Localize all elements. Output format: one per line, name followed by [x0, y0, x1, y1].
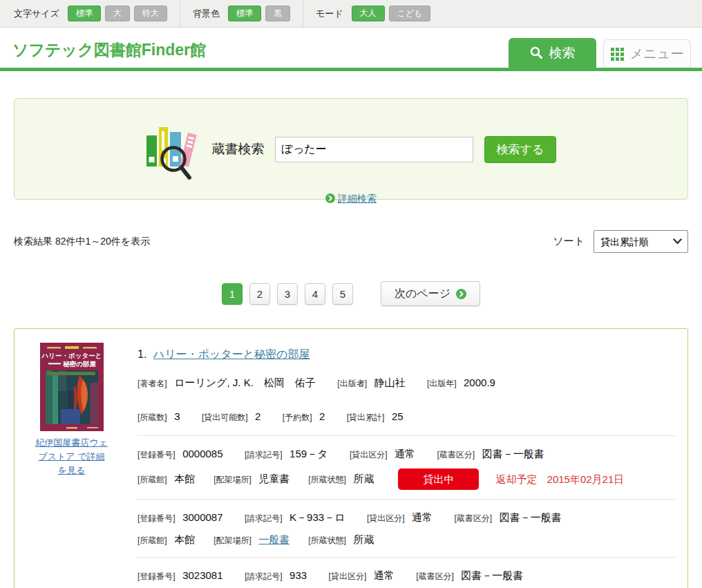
reg-number-label: [登録番号]	[137, 571, 176, 581]
search-input[interactable]	[275, 137, 473, 162]
background-standard-button[interactable]: 標準	[228, 6, 261, 21]
author-label: [著者名]	[137, 379, 167, 388]
next-page-button[interactable]: 次のページ	[381, 281, 480, 306]
loan-type-label: [貸出区分]	[350, 450, 388, 459]
holding-state-value: 所蔵	[353, 473, 374, 484]
copy-record-1: [登録番号] 0000085 [請求記号] 159－タ [貸出区分] 通常 [蔵…	[137, 446, 676, 490]
loan-type-label: [貸出区分]	[329, 571, 367, 581]
mode-group: モード 大人 こども	[303, 0, 443, 27]
loan-type-label: [貸出区分]	[367, 513, 405, 523]
collection-type-value: 図書－一般書	[461, 569, 523, 581]
background-black-button[interactable]: 黒	[265, 6, 290, 21]
font-size-xlarge-button[interactable]: 特大	[134, 6, 167, 21]
sort-select-shell: 貸出累計順	[594, 230, 688, 253]
loan-type-value: 通常	[374, 569, 395, 581]
divider	[137, 435, 676, 436]
store-detail-link[interactable]: 紀伊国屋書店ウェブストア で詳細を見る	[35, 436, 108, 477]
header-tabs: 検索 メニュー	[509, 38, 691, 68]
mode-kids-button[interactable]: こども	[389, 6, 431, 21]
arrow-right-circle-icon	[456, 289, 466, 299]
call-number-value: K－933－ロ	[290, 511, 345, 523]
holdings-label: [所蔵数]	[137, 412, 167, 422]
tab-search[interactable]: 検索	[509, 38, 596, 68]
copy-1-row-1: [登録番号] 0000085 [請求記号] 159－タ [貸出区分] 通常 [蔵…	[137, 446, 676, 462]
font-size-large-button[interactable]: 大	[105, 6, 130, 21]
search-submit-button[interactable]: 検索する	[484, 136, 557, 163]
loan-type-field: [貸出区分] 通常	[350, 446, 415, 462]
publisher-label: [出版者]	[337, 379, 367, 388]
page-button-3[interactable]: 3	[277, 283, 298, 305]
reg-number-field: [登録番号] 3000087	[137, 510, 223, 526]
mode-adult-button[interactable]: 大人	[352, 6, 385, 21]
library-label: [所蔵館]	[137, 475, 167, 484]
collection-type-label: [蔵書区分]	[416, 571, 454, 581]
tab-menu[interactable]: メニュー	[603, 39, 691, 68]
call-number-field: [請求記号] 933	[245, 568, 307, 584]
copy-2-row-1: [登録番号] 3000087 [請求記号] K－933－ロ [貸出区分] 通常 …	[137, 510, 676, 526]
font-size-standard-button[interactable]: 標準	[68, 6, 101, 21]
page-button-4[interactable]: 4	[305, 283, 325, 305]
page-button-5[interactable]: 5	[332, 283, 353, 305]
font-size-label: 文字サイズ	[14, 8, 59, 20]
pub-year-value: 2000.9	[464, 377, 495, 388]
loan-total-field: [貸出累計] 25	[347, 409, 404, 425]
reg-number-label: [登録番号]	[137, 450, 176, 459]
copy-2-row-2: [所蔵館] 本館 [配架場所] 一般書 [所蔵状態] 所蔵	[137, 532, 676, 548]
library-value: 本館	[174, 533, 195, 545]
library-label: [所蔵館]	[137, 535, 167, 545]
reg-number-value: 0000085	[182, 448, 222, 459]
book-cover-image[interactable]: ハリー・ポッターと 秘密の部屋	[40, 343, 104, 431]
sort-select[interactable]: 貸出累計順	[594, 230, 688, 253]
search-result-item: ハリー・ポッターと 秘密の部屋 紀伊国屋書店ウェブストア で詳細を見る 1. ハ…	[14, 328, 688, 588]
loan-type-value: 通常	[412, 511, 433, 523]
collection-type-value: 図書－一般書	[500, 511, 562, 523]
sort-control: ソート 貸出累計順	[553, 230, 688, 253]
publisher-field: [出版者] 静山社	[337, 375, 405, 391]
arrow-right-circle-icon	[325, 193, 335, 203]
page-button-1[interactable]: 1	[222, 283, 243, 305]
copy-record-2: [登録番号] 3000087 [請求記号] K－933－ロ [貸出区分] 通常 …	[137, 510, 676, 548]
collection-type-field: [蔵書区分] 図書－一般書	[437, 446, 544, 462]
result-detail-column: 1. ハリー・ポッターと秘密の部屋 [著者名] ローリング, J. K. 松岡 …	[137, 343, 676, 588]
page-button-2[interactable]: 2	[249, 283, 270, 305]
call-number-field: [請求記号] K－933－ロ	[245, 510, 345, 526]
loan-type-field: [貸出区分] 通常	[367, 510, 433, 526]
result-cover-column: ハリー・ポッターと 秘密の部屋 紀伊国屋書店ウェブストア で詳細を見る	[35, 343, 108, 588]
author-value: ローリング, J. K. 松岡 佑子	[174, 377, 316, 388]
available-label: [貸出可能数]	[202, 412, 248, 422]
search-icon	[530, 46, 543, 59]
reg-number-value: 3000087	[182, 511, 222, 523]
background-color-label: 背景色	[193, 8, 220, 20]
book-title-link[interactable]: ハリー・ポッターと秘密の部屋	[153, 348, 310, 360]
sort-label: ソート	[553, 235, 585, 248]
collection-type-label: [蔵書区分]	[437, 450, 475, 459]
reg-number-value: 3023081	[182, 569, 222, 581]
library-value: 本館	[174, 473, 195, 484]
return-due-date: 2015年02月21日	[547, 473, 625, 485]
collection-type-label: [蔵書区分]	[455, 513, 493, 523]
next-page-label: 次のページ	[395, 287, 450, 301]
copy-record-3: [登録番号] 3023081 [請求記号] 933 [貸出区分] 通常 [蔵書区…	[137, 568, 676, 588]
available-value: 2	[255, 410, 260, 422]
shelf-link[interactable]: 一般書	[258, 533, 290, 545]
copy-1-row-2: [所蔵館] 本館 [配架場所] 児童書 [所蔵状態] 所蔵 貸出中 返却予定 2…	[137, 468, 676, 490]
collection-search-label: 蔵書検索	[212, 140, 265, 158]
mode-label: モード	[316, 8, 343, 20]
available-field: [貸出可能数] 2	[202, 409, 260, 425]
loan-total-value: 25	[392, 410, 404, 422]
library-field: [所蔵館] 本館	[137, 532, 195, 548]
loaned-status-badge: 貸出中	[398, 468, 479, 490]
cover-title-line1: ハリー・ポッターと	[41, 352, 102, 359]
shelf-field: [配架場所] 児童書	[214, 471, 290, 487]
copy-3-row-1: [登録番号] 3023081 [請求記号] 933 [貸出区分] 通常 [蔵書区…	[137, 568, 676, 584]
collection-type-value: 図書－一般書	[482, 448, 544, 459]
holding-state-label: [所蔵状態]	[308, 475, 346, 484]
book-title-row: 1. ハリー・ポッターと秘密の部屋	[137, 348, 676, 362]
reg-number-field: [登録番号] 0000085	[137, 446, 223, 462]
advanced-search-link[interactable]: 詳細検索	[338, 193, 377, 204]
books-magnifier-illustration	[146, 115, 202, 183]
call-number-label: [請求記号]	[245, 450, 283, 459]
divider	[137, 499, 676, 500]
shelf-label: [配架場所]	[214, 475, 252, 484]
search-row: 蔵書検索 検索する	[15, 99, 687, 183]
